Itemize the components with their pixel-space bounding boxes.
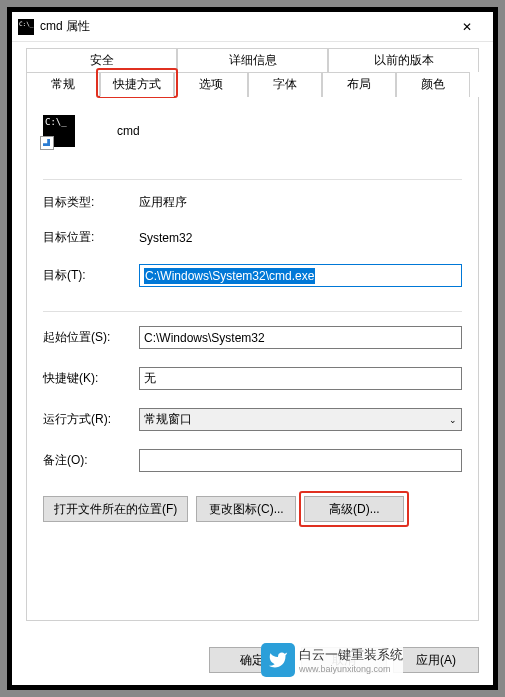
run-select[interactable]: 常规窗口 ⌄ bbox=[139, 408, 462, 431]
tab-colors[interactable]: 颜色 bbox=[396, 72, 470, 97]
target-location-value: System32 bbox=[139, 231, 462, 245]
run-select-value: 常规窗口 bbox=[144, 411, 192, 428]
tab-font[interactable]: 字体 bbox=[248, 72, 322, 97]
tab-options[interactable]: 选项 bbox=[174, 72, 248, 97]
shortcut-overlay-icon bbox=[40, 136, 54, 150]
close-icon: ✕ bbox=[462, 20, 472, 34]
advanced-button[interactable]: 高级(D)... bbox=[304, 496, 404, 522]
tab-shortcut[interactable]: 快捷方式 bbox=[100, 72, 174, 97]
app-icon-small bbox=[18, 19, 34, 35]
app-icon bbox=[43, 115, 75, 147]
tab-layout[interactable]: 布局 bbox=[322, 72, 396, 97]
comment-input[interactable] bbox=[139, 449, 462, 472]
tab-security[interactable]: 安全 bbox=[26, 48, 177, 72]
comment-label: 备注(O): bbox=[43, 452, 139, 469]
shortcut-key-label: 快捷键(K): bbox=[43, 370, 139, 387]
tab-details[interactable]: 详细信息 bbox=[177, 48, 328, 72]
app-name-input[interactable] bbox=[115, 122, 395, 140]
properties-dialog: cmd 属性 ✕ 安全 详细信息 以前的版本 常规 快捷方式 选项 字体 布局 … bbox=[12, 12, 493, 685]
separator bbox=[43, 311, 462, 312]
target-type-label: 目标类型: bbox=[43, 194, 139, 211]
dialog-footer: 确定 取消 应用(A) 白云一键重装系统 www.baiyunxitong.co… bbox=[12, 635, 493, 685]
run-label: 运行方式(R): bbox=[43, 411, 139, 428]
apply-button[interactable]: 应用(A) bbox=[393, 647, 479, 673]
change-icon-button[interactable]: 更改图标(C)... bbox=[196, 496, 296, 522]
shortcut-key-input[interactable] bbox=[139, 367, 462, 390]
watermark-icon bbox=[261, 643, 295, 677]
target-type-value: 应用程序 bbox=[139, 194, 462, 211]
tab-general[interactable]: 常规 bbox=[26, 72, 100, 97]
start-in-input[interactable] bbox=[139, 326, 462, 349]
tab-previous-versions[interactable]: 以前的版本 bbox=[328, 48, 479, 72]
target-input[interactable]: C:\Windows\System32\cmd.exe bbox=[139, 264, 462, 287]
start-in-label: 起始位置(S): bbox=[43, 329, 139, 346]
tab-strip: 安全 详细信息 以前的版本 常规 快捷方式 选项 字体 布局 颜色 bbox=[26, 48, 479, 97]
watermark: 白云一键重装系统 www.baiyunxitong.com bbox=[261, 643, 403, 677]
separator bbox=[43, 179, 462, 180]
close-button[interactable]: ✕ bbox=[447, 13, 487, 41]
target-location-label: 目标位置: bbox=[43, 229, 139, 246]
shortcut-panel: 目标类型: 应用程序 目标位置: System32 目标(T): C:\Wind… bbox=[26, 97, 479, 621]
titlebar: cmd 属性 ✕ bbox=[12, 12, 493, 42]
target-label: 目标(T): bbox=[43, 267, 139, 284]
window-title: cmd 属性 bbox=[40, 18, 447, 35]
chevron-down-icon: ⌄ bbox=[449, 415, 457, 425]
open-file-location-button[interactable]: 打开文件所在的位置(F) bbox=[43, 496, 188, 522]
